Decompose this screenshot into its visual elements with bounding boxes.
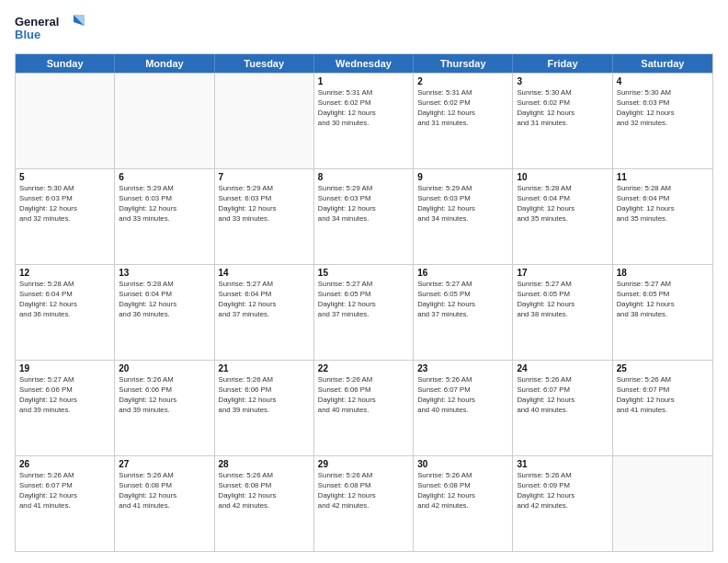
calendar-cell: 17Sunrise: 5:27 AMSunset: 6:05 PMDayligh… bbox=[513, 265, 612, 360]
day-info: Sunrise: 5:30 AMSunset: 6:02 PMDaylight:… bbox=[517, 88, 608, 129]
day-number: 16 bbox=[417, 268, 508, 278]
day-number: 10 bbox=[517, 172, 608, 182]
header-day-wednesday: Wednesday bbox=[314, 54, 414, 73]
day-info: Sunrise: 5:26 AMSunset: 6:07 PMDaylight:… bbox=[517, 375, 608, 416]
day-info: Sunrise: 5:28 AMSunset: 6:04 PMDaylight:… bbox=[617, 184, 709, 224]
calendar-cell: 2Sunrise: 5:31 AMSunset: 6:02 PMDaylight… bbox=[414, 74, 513, 168]
svg-text:General: General bbox=[15, 15, 59, 29]
day-number: 1 bbox=[318, 76, 409, 86]
calendar-cell: 4Sunrise: 5:30 AMSunset: 6:03 PMDaylight… bbox=[613, 74, 712, 168]
day-info: Sunrise: 5:26 AMSunset: 6:08 PMDaylight:… bbox=[219, 471, 310, 511]
calendar-cell bbox=[613, 456, 712, 551]
day-number: 20 bbox=[119, 363, 210, 373]
day-info: Sunrise: 5:27 AMSunset: 6:05 PMDaylight:… bbox=[417, 280, 508, 320]
calendar-row-1: 5Sunrise: 5:30 AMSunset: 6:03 PMDaylight… bbox=[16, 168, 712, 264]
day-number: 14 bbox=[219, 268, 310, 278]
calendar-row-0: 1Sunrise: 5:31 AMSunset: 6:02 PMDaylight… bbox=[16, 73, 712, 168]
day-info: Sunrise: 5:26 AMSunset: 6:06 PMDaylight:… bbox=[119, 375, 210, 416]
day-info: Sunrise: 5:26 AMSunset: 6:06 PMDaylight:… bbox=[219, 375, 310, 416]
day-info: Sunrise: 5:26 AMSunset: 6:06 PMDaylight:… bbox=[318, 375, 409, 416]
day-number: 19 bbox=[19, 363, 110, 373]
day-info: Sunrise: 5:28 AMSunset: 6:04 PMDaylight:… bbox=[119, 280, 210, 320]
day-info: Sunrise: 5:26 AMSunset: 6:07 PMDaylight:… bbox=[19, 471, 110, 511]
day-info: Sunrise: 5:31 AMSunset: 6:02 PMDaylight:… bbox=[318, 88, 409, 129]
logo: General Blue bbox=[15, 11, 88, 48]
day-number: 12 bbox=[19, 268, 110, 278]
header-day-sunday: Sunday bbox=[16, 54, 115, 73]
calendar-cell: 19Sunrise: 5:27 AMSunset: 6:06 PMDayligh… bbox=[16, 361, 115, 455]
day-info: Sunrise: 5:27 AMSunset: 6:05 PMDaylight:… bbox=[318, 280, 409, 320]
day-number: 15 bbox=[318, 268, 409, 278]
day-info: Sunrise: 5:26 AMSunset: 6:07 PMDaylight:… bbox=[417, 375, 508, 416]
calendar-cell: 8Sunrise: 5:29 AMSunset: 6:03 PMDaylight… bbox=[314, 169, 414, 264]
header-day-thursday: Thursday bbox=[414, 54, 513, 73]
day-info: Sunrise: 5:27 AMSunset: 6:05 PMDaylight:… bbox=[517, 280, 608, 320]
header-day-saturday: Saturday bbox=[613, 54, 712, 73]
calendar-cell: 18Sunrise: 5:27 AMSunset: 6:05 PMDayligh… bbox=[613, 265, 712, 360]
day-info: Sunrise: 5:29 AMSunset: 6:03 PMDaylight:… bbox=[119, 184, 210, 224]
calendar-cell: 6Sunrise: 5:29 AMSunset: 6:03 PMDaylight… bbox=[115, 169, 214, 264]
day-number: 11 bbox=[617, 172, 709, 182]
calendar-cell: 20Sunrise: 5:26 AMSunset: 6:06 PMDayligh… bbox=[115, 361, 214, 455]
day-info: Sunrise: 5:26 AMSunset: 6:09 PMDaylight:… bbox=[517, 471, 608, 511]
calendar-cell: 30Sunrise: 5:26 AMSunset: 6:08 PMDayligh… bbox=[414, 456, 513, 551]
calendar-body: 1Sunrise: 5:31 AMSunset: 6:02 PMDaylight… bbox=[16, 73, 712, 551]
day-info: Sunrise: 5:27 AMSunset: 6:05 PMDaylight:… bbox=[617, 280, 709, 320]
calendar-cell: 16Sunrise: 5:27 AMSunset: 6:05 PMDayligh… bbox=[414, 265, 513, 360]
day-number: 9 bbox=[417, 172, 508, 182]
day-info: Sunrise: 5:26 AMSunset: 6:07 PMDaylight:… bbox=[617, 375, 709, 416]
day-number: 8 bbox=[318, 172, 409, 182]
calendar-cell: 12Sunrise: 5:28 AMSunset: 6:04 PMDayligh… bbox=[16, 265, 115, 360]
calendar-row-2: 12Sunrise: 5:28 AMSunset: 6:04 PMDayligh… bbox=[16, 264, 712, 360]
calendar-cell bbox=[16, 74, 115, 168]
calendar-cell: 10Sunrise: 5:28 AMSunset: 6:04 PMDayligh… bbox=[513, 169, 612, 264]
day-info: Sunrise: 5:29 AMSunset: 6:03 PMDaylight:… bbox=[219, 184, 310, 224]
calendar-cell: 7Sunrise: 5:29 AMSunset: 6:03 PMDaylight… bbox=[215, 169, 314, 264]
day-info: Sunrise: 5:30 AMSunset: 6:03 PMDaylight:… bbox=[19, 184, 110, 224]
day-number: 21 bbox=[219, 363, 310, 373]
day-number: 3 bbox=[517, 76, 608, 86]
day-number: 6 bbox=[119, 172, 210, 182]
day-number: 22 bbox=[318, 363, 409, 373]
day-number: 31 bbox=[517, 459, 608, 469]
calendar-cell: 29Sunrise: 5:26 AMSunset: 6:08 PMDayligh… bbox=[314, 456, 414, 551]
day-number: 23 bbox=[417, 363, 508, 373]
calendar-cell bbox=[215, 74, 314, 168]
day-number: 26 bbox=[19, 459, 110, 469]
day-number: 28 bbox=[219, 459, 310, 469]
calendar-cell: 15Sunrise: 5:27 AMSunset: 6:05 PMDayligh… bbox=[314, 265, 414, 360]
day-info: Sunrise: 5:30 AMSunset: 6:03 PMDaylight:… bbox=[617, 88, 709, 129]
calendar-cell: 23Sunrise: 5:26 AMSunset: 6:07 PMDayligh… bbox=[414, 361, 513, 455]
calendar-cell: 31Sunrise: 5:26 AMSunset: 6:09 PMDayligh… bbox=[513, 456, 612, 551]
calendar-cell: 24Sunrise: 5:26 AMSunset: 6:07 PMDayligh… bbox=[513, 361, 612, 455]
calendar-row-4: 26Sunrise: 5:26 AMSunset: 6:07 PMDayligh… bbox=[16, 455, 712, 551]
calendar-cell: 25Sunrise: 5:26 AMSunset: 6:07 PMDayligh… bbox=[613, 361, 712, 455]
day-info: Sunrise: 5:27 AMSunset: 6:06 PMDaylight:… bbox=[19, 375, 110, 416]
day-info: Sunrise: 5:26 AMSunset: 6:08 PMDaylight:… bbox=[318, 471, 409, 511]
calendar: SundayMondayTuesdayWednesdayThursdayFrid… bbox=[15, 53, 713, 552]
calendar-header: SundayMondayTuesdayWednesdayThursdayFrid… bbox=[16, 54, 712, 73]
calendar-cell: 14Sunrise: 5:27 AMSunset: 6:04 PMDayligh… bbox=[215, 265, 314, 360]
calendar-cell: 21Sunrise: 5:26 AMSunset: 6:06 PMDayligh… bbox=[215, 361, 314, 455]
day-number: 25 bbox=[617, 363, 709, 373]
calendar-cell: 1Sunrise: 5:31 AMSunset: 6:02 PMDaylight… bbox=[314, 74, 414, 168]
calendar-cell: 11Sunrise: 5:28 AMSunset: 6:04 PMDayligh… bbox=[613, 169, 712, 264]
day-info: Sunrise: 5:28 AMSunset: 6:04 PMDaylight:… bbox=[517, 184, 608, 224]
day-number: 30 bbox=[417, 459, 508, 469]
header: General Blue bbox=[15, 11, 713, 48]
day-number: 29 bbox=[318, 459, 409, 469]
calendar-cell: 13Sunrise: 5:28 AMSunset: 6:04 PMDayligh… bbox=[115, 265, 214, 360]
calendar-cell: 27Sunrise: 5:26 AMSunset: 6:08 PMDayligh… bbox=[115, 456, 214, 551]
day-info: Sunrise: 5:26 AMSunset: 6:08 PMDaylight:… bbox=[119, 471, 210, 511]
header-day-friday: Friday bbox=[513, 54, 612, 73]
day-number: 5 bbox=[19, 172, 110, 182]
calendar-cell: 5Sunrise: 5:30 AMSunset: 6:03 PMDaylight… bbox=[16, 169, 115, 264]
calendar-cell: 3Sunrise: 5:30 AMSunset: 6:02 PMDaylight… bbox=[513, 74, 612, 168]
header-day-tuesday: Tuesday bbox=[215, 54, 314, 73]
day-number: 18 bbox=[617, 268, 709, 278]
calendar-cell: 28Sunrise: 5:26 AMSunset: 6:08 PMDayligh… bbox=[215, 456, 314, 551]
calendar-cell: 26Sunrise: 5:26 AMSunset: 6:07 PMDayligh… bbox=[16, 456, 115, 551]
header-day-monday: Monday bbox=[115, 54, 214, 73]
calendar-cell bbox=[115, 74, 214, 168]
day-info: Sunrise: 5:26 AMSunset: 6:08 PMDaylight:… bbox=[417, 471, 508, 511]
